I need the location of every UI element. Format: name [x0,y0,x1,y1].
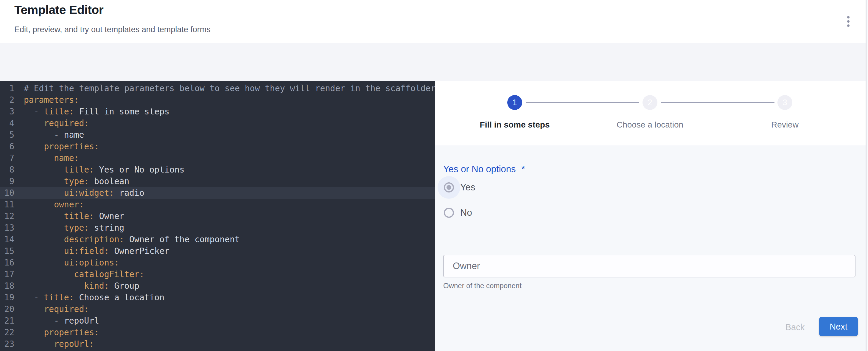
template-form-preview: 1 2 3 Fill in some steps Choose a locati… [435,81,868,351]
step-label-choose-a-location: Choose a location [617,120,683,129]
step-number: 3 [782,98,787,107]
required-marker: * [521,164,525,174]
code-line: 11 owner: [0,199,435,210]
line-number: 6 [0,141,14,152]
line-number: 10 [0,187,14,199]
line-number: 11 [0,199,14,210]
code-line: 13 type: string [0,222,435,234]
radio-selected-dot [446,185,451,190]
step-connector [661,102,774,103]
line-number: 19 [0,292,14,303]
owner-field-helper-text: Owner of the component [443,282,522,290]
code-line: 15 ui:field: OwnerPicker [0,245,435,257]
code-line: 16 ui:options: [0,257,435,268]
page-subtitle: Edit, preview, and try out templates and… [14,25,211,34]
line-number: 21 [0,315,14,327]
code-line: 6 properties: [0,141,435,152]
line-number: 16 [0,257,14,268]
code-line: 5 - name [0,129,435,141]
radio-option-yes[interactable]: Yes [438,176,557,199]
radio-option-label: No [460,201,472,224]
step-circle-3: 3 [777,95,792,110]
code-line: 23 repoUrl: [0,338,435,350]
owner-field[interactable]: Owner [443,255,856,277]
line-number: 9 [0,175,14,187]
line-number: 18 [0,280,14,292]
radio-group-label: Yes or No options * [443,164,525,175]
line-number: 17 [0,268,14,280]
line-number: 1 [0,83,14,94]
step-number: 2 [648,98,652,107]
code-line: 9 type: boolean [0,175,435,187]
code-line: 4 required: [0,117,435,129]
code-line: 17 catalogFilter: [0,268,435,280]
line-number: 4 [0,117,14,129]
code-line: 1# Edit the template parameters below to… [0,83,435,94]
kebab-menu-icon[interactable] [842,13,854,30]
line-number: 15 [0,245,14,257]
code-line: 14 description: Owner of the component [0,234,435,245]
panel-right-border [866,0,867,351]
code-line: 8 title: Yes or No options [0,164,435,175]
line-number: 20 [0,303,14,315]
code-line: 12 title: Owner [0,210,435,222]
code-line: 10 ui:widget: radio [0,187,435,199]
radio-button-icon [444,208,454,218]
line-number: 22 [0,327,14,338]
line-number: 12 [0,210,14,222]
line-number: 23 [0,338,14,350]
stepper: 1 2 3 Fill in some steps Choose a locati… [435,81,868,145]
page-title: Template Editor [14,3,103,17]
step-label-fill-in-some-steps: Fill in some steps [480,120,550,129]
code-editor[interactable]: 1# Edit the template parameters below to… [0,81,435,351]
template-loader-bar: Load Existing Template [0,43,868,81]
radio-option-label: Yes [460,176,475,199]
step-label-review: Review [771,120,799,129]
back-button[interactable]: Back [777,318,813,336]
code-line: 20 required: [0,303,435,315]
line-number: 14 [0,234,14,245]
step-number: 1 [512,98,517,107]
form-step-content: Yes or No options * Yes No Owner Owner o… [435,145,868,351]
step-connector [526,102,639,103]
code-line: 7 name: [0,152,435,164]
code-line: 2parameters: [0,94,435,106]
page-header: Template Editor Edit, preview, and try o… [0,0,868,42]
right-gutter [867,0,868,351]
step-circle-1: 1 [507,95,522,110]
line-number: 2 [0,94,14,106]
code-line: 21 - repoUrl [0,315,435,327]
code-line: 22 properties: [0,327,435,338]
code-line: 18 kind: Group [0,280,435,292]
line-number: 3 [0,106,14,117]
line-number: 5 [0,129,14,141]
code-line: 3 - title: Fill in some steps [0,106,435,117]
template-editor-page: Template Editor Edit, preview, and try o… [0,0,868,351]
line-number: 13 [0,222,14,234]
code-line: 19 - title: Choose a location [0,292,435,303]
owner-field-label: Owner [453,255,480,277]
radio-group-label-text: Yes or No options [443,164,516,174]
step-circle-2: 2 [643,95,657,110]
radio-option-no[interactable]: No [438,201,557,224]
line-number: 7 [0,152,14,164]
line-number: 8 [0,164,14,175]
next-button[interactable]: Next [819,317,858,336]
